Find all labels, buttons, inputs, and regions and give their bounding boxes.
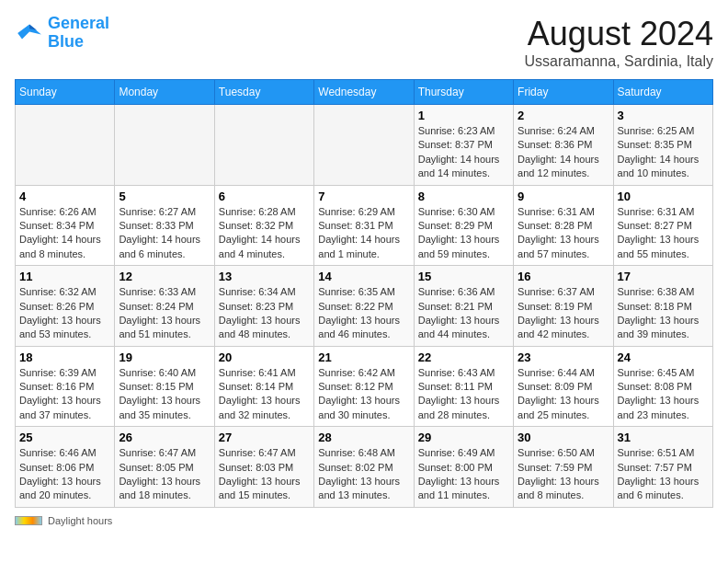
day-header: Friday [514, 80, 613, 105]
day-number: 26 [119, 431, 210, 444]
calendar-cell: 14Sunrise: 6:35 AM Sunset: 8:22 PM Dayli… [314, 266, 414, 347]
calendar-cell [214, 105, 313, 186]
logo: General Blue [15, 15, 109, 52]
day-number: 29 [418, 431, 509, 444]
calendar-cell: 2Sunrise: 6:24 AM Sunset: 8:36 PM Daylig… [514, 105, 613, 186]
day-info: Sunrise: 6:51 AM Sunset: 7:57 PM Dayligh… [618, 446, 709, 503]
day-header: Wednesday [314, 80, 414, 105]
calendar-cell: 22Sunrise: 6:43 AM Sunset: 8:11 PM Dayli… [414, 346, 513, 427]
day-number: 4 [19, 190, 110, 203]
calendar-week: 1Sunrise: 6:23 AM Sunset: 8:37 PM Daylig… [16, 105, 713, 186]
day-number: 11 [19, 270, 110, 283]
calendar-cell: 23Sunrise: 6:44 AM Sunset: 8:09 PM Dayli… [514, 346, 613, 427]
calendar-header: SundayMondayTuesdayWednesdayThursdayFrid… [16, 80, 713, 105]
daylight-bar [15, 516, 42, 525]
header: General Blue August 2024 Ussaramanna, Sa… [15, 15, 713, 70]
day-number: 9 [518, 190, 609, 203]
calendar-cell: 24Sunrise: 6:45 AM Sunset: 8:08 PM Dayli… [613, 346, 712, 427]
day-info: Sunrise: 6:44 AM Sunset: 8:09 PM Dayligh… [518, 366, 609, 423]
day-header: Tuesday [214, 80, 313, 105]
day-number: 12 [119, 270, 210, 283]
day-info: Sunrise: 6:31 AM Sunset: 8:28 PM Dayligh… [518, 205, 609, 262]
calendar-week: 18Sunrise: 6:39 AM Sunset: 8:16 PM Dayli… [16, 346, 713, 427]
calendar-cell [115, 105, 214, 186]
day-info: Sunrise: 6:27 AM Sunset: 8:33 PM Dayligh… [119, 205, 210, 262]
calendar-cell: 18Sunrise: 6:39 AM Sunset: 8:16 PM Dayli… [16, 346, 115, 427]
calendar-cell: 15Sunrise: 6:36 AM Sunset: 8:21 PM Dayli… [414, 266, 513, 347]
calendar-cell: 13Sunrise: 6:34 AM Sunset: 8:23 PM Dayli… [214, 266, 313, 347]
day-info: Sunrise: 6:37 AM Sunset: 8:19 PM Dayligh… [518, 285, 609, 342]
day-header: Monday [115, 80, 214, 105]
calendar-cell: 27Sunrise: 6:47 AM Sunset: 8:03 PM Dayli… [214, 427, 313, 508]
calendar-table: SundayMondayTuesdayWednesdayThursdayFrid… [15, 79, 713, 508]
day-number: 2 [518, 109, 609, 122]
day-number: 14 [318, 270, 409, 283]
day-number: 17 [618, 270, 709, 283]
day-number: 5 [119, 190, 210, 203]
day-info: Sunrise: 6:30 AM Sunset: 8:29 PM Dayligh… [418, 205, 509, 262]
day-number: 8 [418, 190, 509, 203]
day-number: 31 [618, 431, 709, 444]
calendar-cell: 11Sunrise: 6:32 AM Sunset: 8:26 PM Dayli… [16, 266, 115, 347]
calendar-cell: 6Sunrise: 6:28 AM Sunset: 8:32 PM Daylig… [214, 185, 313, 266]
day-info: Sunrise: 6:29 AM Sunset: 8:31 PM Dayligh… [318, 205, 409, 262]
day-number: 7 [318, 190, 409, 203]
day-info: Sunrise: 6:26 AM Sunset: 8:34 PM Dayligh… [19, 205, 110, 262]
logo-icon [15, 18, 44, 48]
day-number: 21 [318, 350, 409, 364]
day-number: 16 [518, 270, 609, 283]
calendar-cell: 19Sunrise: 6:40 AM Sunset: 8:15 PM Dayli… [115, 346, 214, 427]
day-info: Sunrise: 6:41 AM Sunset: 8:14 PM Dayligh… [219, 366, 310, 423]
day-info: Sunrise: 6:40 AM Sunset: 8:15 PM Dayligh… [119, 366, 210, 423]
calendar-cell: 31Sunrise: 6:51 AM Sunset: 7:57 PM Dayli… [613, 427, 712, 508]
calendar-cell: 8Sunrise: 6:30 AM Sunset: 8:29 PM Daylig… [414, 185, 513, 266]
day-number: 15 [418, 270, 509, 283]
title-area: August 2024 Ussaramanna, Sardinia, Italy [525, 15, 713, 70]
calendar-week: 25Sunrise: 6:46 AM Sunset: 8:06 PM Dayli… [16, 427, 713, 508]
day-info: Sunrise: 6:45 AM Sunset: 8:08 PM Dayligh… [618, 366, 709, 423]
calendar-cell: 4Sunrise: 6:26 AM Sunset: 8:34 PM Daylig… [16, 185, 115, 266]
day-number: 3 [618, 109, 709, 122]
day-number: 27 [219, 431, 310, 444]
day-info: Sunrise: 6:50 AM Sunset: 7:59 PM Dayligh… [518, 446, 609, 503]
day-header: Thursday [414, 80, 513, 105]
day-info: Sunrise: 6:47 AM Sunset: 8:03 PM Dayligh… [219, 446, 310, 503]
day-info: Sunrise: 6:46 AM Sunset: 8:06 PM Dayligh… [19, 446, 110, 503]
calendar-cell: 20Sunrise: 6:41 AM Sunset: 8:14 PM Dayli… [214, 346, 313, 427]
day-number: 19 [119, 350, 210, 364]
day-number: 18 [19, 350, 110, 364]
day-info: Sunrise: 6:49 AM Sunset: 8:00 PM Dayligh… [418, 446, 509, 503]
calendar-cell: 16Sunrise: 6:37 AM Sunset: 8:19 PM Dayli… [514, 266, 613, 347]
day-number: 23 [518, 350, 609, 364]
calendar-cell: 17Sunrise: 6:38 AM Sunset: 8:18 PM Dayli… [613, 266, 712, 347]
day-info: Sunrise: 6:38 AM Sunset: 8:18 PM Dayligh… [618, 285, 709, 342]
location: Ussaramanna, Sardinia, Italy [525, 53, 713, 70]
logo-text: General Blue [48, 15, 109, 52]
calendar-body: 1Sunrise: 6:23 AM Sunset: 8:37 PM Daylig… [16, 105, 713, 508]
day-info: Sunrise: 6:47 AM Sunset: 8:05 PM Dayligh… [119, 446, 210, 503]
day-number: 13 [219, 270, 310, 283]
calendar-cell: 26Sunrise: 6:47 AM Sunset: 8:05 PM Dayli… [115, 427, 214, 508]
calendar-week: 11Sunrise: 6:32 AM Sunset: 8:26 PM Dayli… [16, 266, 713, 347]
day-number: 20 [219, 350, 310, 364]
calendar-cell: 30Sunrise: 6:50 AM Sunset: 7:59 PM Dayli… [514, 427, 613, 508]
day-info: Sunrise: 6:36 AM Sunset: 8:21 PM Dayligh… [418, 285, 509, 342]
day-header: Sunday [16, 80, 115, 105]
calendar-cell: 25Sunrise: 6:46 AM Sunset: 8:06 PM Dayli… [16, 427, 115, 508]
day-info: Sunrise: 6:31 AM Sunset: 8:27 PM Dayligh… [618, 205, 709, 262]
calendar-cell: 3Sunrise: 6:25 AM Sunset: 8:35 PM Daylig… [613, 105, 712, 186]
day-info: Sunrise: 6:28 AM Sunset: 8:32 PM Dayligh… [219, 205, 310, 262]
calendar-cell [314, 105, 414, 186]
day-number: 30 [518, 431, 609, 444]
calendar-cell: 5Sunrise: 6:27 AM Sunset: 8:33 PM Daylig… [115, 185, 214, 266]
day-number: 22 [418, 350, 509, 364]
calendar-cell [16, 105, 115, 186]
calendar-cell: 10Sunrise: 6:31 AM Sunset: 8:27 PM Dayli… [613, 185, 712, 266]
month-year: August 2024 [525, 15, 713, 53]
calendar-cell: 21Sunrise: 6:42 AM Sunset: 8:12 PM Dayli… [314, 346, 414, 427]
day-info: Sunrise: 6:48 AM Sunset: 8:02 PM Dayligh… [318, 446, 409, 503]
calendar-cell: 9Sunrise: 6:31 AM Sunset: 8:28 PM Daylig… [514, 185, 613, 266]
day-info: Sunrise: 6:39 AM Sunset: 8:16 PM Dayligh… [19, 366, 110, 423]
day-info: Sunrise: 6:35 AM Sunset: 8:22 PM Dayligh… [318, 285, 409, 342]
calendar-week: 4Sunrise: 6:26 AM Sunset: 8:34 PM Daylig… [16, 185, 713, 266]
